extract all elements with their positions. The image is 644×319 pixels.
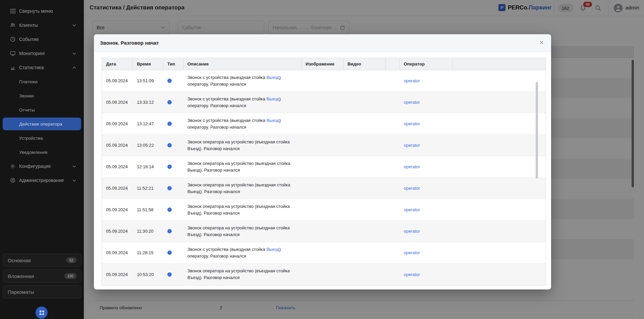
column-header: Время xyxy=(133,58,163,70)
table-row[interactable]: 05.09.202411:30:20Звонок оператора на ус… xyxy=(102,221,546,242)
table-row[interactable]: 05.09.202413:12:47Звонок с устройства (в… xyxy=(102,113,546,135)
table-row[interactable]: 05.09.202413:33:12Звонок с устройства (в… xyxy=(102,92,546,113)
map-frame-button[interactable] xyxy=(36,307,48,319)
call-type-dot xyxy=(167,229,172,233)
sidebar-item-label: Администрирование xyxy=(19,178,64,183)
table-row[interactable]: 05.09.202413:51:09Звонок с устройства (в… xyxy=(102,70,546,92)
zone-count-badge: 62 xyxy=(66,257,76,263)
cell-empty xyxy=(386,242,400,263)
device-link[interactable]: Выезд xyxy=(266,118,279,123)
sidebar-item-monitoring[interactable]: Мониторинг xyxy=(0,46,84,60)
cell-time: 11:30:20 xyxy=(133,221,163,242)
sidebar-item-statistics[interactable]: Статистика xyxy=(0,60,84,75)
cell-time: 11:51:58 xyxy=(133,199,163,220)
cell-time: 13:12:47 xyxy=(133,113,163,134)
table-row[interactable]: 05.09.202411:51:58Звонок оператора на ус… xyxy=(102,199,546,221)
table-row[interactable]: 05.09.202411:52:21Звонок оператора на ус… xyxy=(102,178,546,199)
cell-image xyxy=(302,113,343,134)
sidebar-item-clients[interactable]: Клиенты xyxy=(0,18,84,32)
sidebar-item-payments[interactable]: Платежи xyxy=(0,75,84,89)
zone-label: Вложенная xyxy=(8,273,34,279)
cell-description: Звонок оператора на устройство (выездная… xyxy=(183,178,302,199)
cell-time: 11:28:15 xyxy=(133,242,163,263)
cell-image xyxy=(302,92,343,113)
cell-operator: operator xyxy=(400,242,453,263)
cell-operator: operator xyxy=(400,135,453,156)
sidebar-item-operator-actions[interactable]: Действия оператора xyxy=(3,118,81,130)
cell-description: Звонок с устройства (выездная стойка Вые… xyxy=(183,70,302,91)
table-row[interactable]: 05.09.202413:05:22Звонок оператора на ус… xyxy=(102,135,546,156)
zone-button-main[interactable]: Основная 62 xyxy=(3,254,82,267)
modal-title-bar: Звонок. Разговор начат × xyxy=(94,34,551,52)
table-row[interactable]: 05.09.202410:53:20Звонок оператора на ус… xyxy=(102,264,546,285)
operator-link[interactable]: operator xyxy=(404,143,420,148)
modal-table-body: 05.09.202413:51:09Звонок с устройства (в… xyxy=(102,70,546,285)
sidebar-item-events[interactable]: События xyxy=(0,32,84,46)
sidebar-item-configuration[interactable]: Конфигурация xyxy=(0,159,84,173)
sidebar-item-reports[interactable]: Отчеты xyxy=(0,103,84,117)
sidebar-item-label: События xyxy=(19,37,39,42)
monitor-icon xyxy=(9,50,16,57)
modal-scrollbar[interactable] xyxy=(536,82,538,179)
call-type-dot xyxy=(167,208,172,212)
device-link[interactable]: Выезд xyxy=(266,75,279,80)
zone-button-parkomats[interactable]: Паркоматы xyxy=(3,285,82,299)
cell-type xyxy=(163,92,183,113)
table-row[interactable]: 05.09.202412:18:14Звонок оператора на ус… xyxy=(102,156,546,178)
cell-operator: operator xyxy=(400,156,453,177)
modal-table: ДатаВремяТипОписаниеИзображениеВидеоОпер… xyxy=(102,58,546,285)
sidebar-item-calls[interactable]: Звонки xyxy=(0,89,84,103)
call-type-dot xyxy=(167,79,172,83)
operator-link[interactable]: operator xyxy=(404,207,420,212)
sidebar: Свернуть меню Клиенты События Мониторинг… xyxy=(0,0,84,319)
sidebar-item-label: Статистика xyxy=(19,65,44,70)
operator-link[interactable]: operator xyxy=(404,78,420,83)
cell-image xyxy=(302,70,343,91)
sidebar-item-label: Отчеты xyxy=(19,107,35,112)
operator-link[interactable]: operator xyxy=(404,186,420,191)
sidebar-item-administration[interactable]: Администрирование xyxy=(0,173,84,187)
cell-time: 13:05:22 xyxy=(133,135,163,156)
zone-button-nested[interactable]: Вложенная 100 xyxy=(3,269,82,283)
device-link[interactable]: Выезд xyxy=(266,247,279,252)
cell-empty xyxy=(453,242,546,263)
column-header: Видео xyxy=(343,58,386,70)
table-row[interactable]: 05.09.202411:28:15Звонок с устройства (в… xyxy=(102,242,546,264)
cell-image xyxy=(302,242,343,263)
sidebar-item-devices[interactable]: Устройства xyxy=(0,131,84,145)
collapse-menu-button[interactable]: Свернуть меню xyxy=(0,4,84,18)
cell-description: Звонок с устройства (выездная стойка Вые… xyxy=(183,92,302,113)
device-link[interactable]: Выезд xyxy=(266,96,279,101)
sidebar-item-notifications[interactable]: Уведомления xyxy=(0,145,84,159)
sidebar-item-label: Конфигурация xyxy=(19,164,51,169)
column-header: Описание xyxy=(183,58,302,70)
cell-empty xyxy=(386,113,400,134)
cell-empty xyxy=(386,178,400,199)
operator-link[interactable]: operator xyxy=(404,250,420,255)
cell-date: 05.09.2024 xyxy=(102,221,133,242)
operator-link[interactable]: operator xyxy=(404,164,420,169)
collapse-menu-label: Свернуть меню xyxy=(19,8,53,14)
cell-date: 05.09.2024 xyxy=(102,92,133,113)
cell-empty xyxy=(386,70,400,91)
operator-link[interactable]: operator xyxy=(404,272,420,277)
cell-empty xyxy=(453,178,546,199)
cell-empty xyxy=(386,92,400,113)
close-icon[interactable]: × xyxy=(539,38,544,47)
cell-empty xyxy=(386,135,400,156)
operator-link[interactable]: operator xyxy=(404,229,420,234)
frame-icon xyxy=(39,310,45,316)
cell-empty xyxy=(386,199,400,220)
cell-video xyxy=(343,92,386,113)
cell-empty xyxy=(453,135,546,156)
cell-empty xyxy=(453,264,546,285)
cell-date: 05.09.2024 xyxy=(102,70,133,91)
cell-type xyxy=(163,242,183,263)
cell-operator: operator xyxy=(400,70,453,91)
operator-link[interactable]: operator xyxy=(404,100,420,105)
cell-type xyxy=(163,178,183,199)
operator-link[interactable]: operator xyxy=(404,121,420,126)
cell-empty xyxy=(453,92,546,113)
hamburger-icon xyxy=(9,8,16,14)
cell-description: Звонок оператора на устройство (въездная… xyxy=(183,264,302,285)
